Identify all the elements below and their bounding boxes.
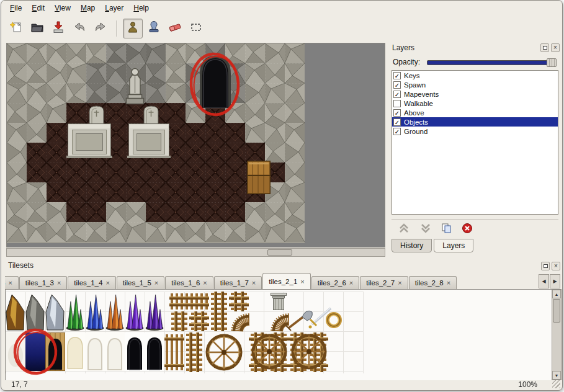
scroll-up-icon[interactable]: ▲: [552, 290, 561, 298]
select-tool-button[interactable]: [186, 19, 206, 38]
duplicate-layer-icon[interactable]: [441, 223, 452, 234]
layer-row-mapevents[interactable]: ✓Mapevents: [392, 89, 558, 99]
menu-map[interactable]: Map: [76, 2, 100, 14]
tileset-vscrollbar-thumb[interactable]: [553, 299, 560, 323]
tab-close-icon[interactable]: ×: [447, 279, 450, 287]
scroll-tabs-left-icon[interactable]: ◀: [539, 274, 549, 288]
tileset-tab-tiles_2_1[interactable]: tiles_2_1×: [262, 273, 310, 289]
layer-row-above[interactable]: ✓Above: [392, 108, 558, 117]
scroll-tabs-right-icon[interactable]: ▶: [550, 274, 560, 288]
tileset-tab-tiles_1_3[interactable]: tiles_1_3×: [19, 276, 67, 289]
layer-row-ground[interactable]: ✓Ground: [392, 127, 558, 136]
map-canvas[interactable]: [7, 43, 305, 243]
tab-close-icon[interactable]: ×: [252, 279, 256, 287]
save-button[interactable]: [48, 19, 68, 38]
layer-row-walkable[interactable]: Walkable: [392, 99, 558, 108]
tab-label: tiles_1_6: [171, 279, 200, 287]
tilesets-panel: Tilesets × 5×tiles_1_3×tiles_1_4×tiles_1…: [5, 261, 562, 380]
map-hscrollbar[interactable]: [6, 248, 385, 257]
tab-label: tiles_1_7: [220, 279, 249, 287]
tileset-tab-tiles_1_6[interactable]: tiles_1_6×: [165, 276, 213, 289]
layer-down-icon[interactable]: [419, 223, 432, 234]
layer-row-keys[interactable]: ✓Keys: [392, 71, 558, 80]
layer-checkbox[interactable]: ✓: [393, 91, 401, 98]
player-tool-button[interactable]: [123, 19, 143, 38]
map-hscrollbar-thumb[interactable]: [267, 249, 292, 256]
tileset-tab-tiles_1_5[interactable]: tiles_1_5×: [117, 276, 164, 289]
opacity-label: Opacity:: [393, 58, 420, 66]
layer-row-objects[interactable]: ✓Objects: [392, 117, 558, 127]
menu-help[interactable]: Help: [128, 2, 154, 14]
tileset-tab-tiles_2_8[interactable]: tiles_2_8×: [409, 276, 457, 289]
menu-bar: FileEditViewMapLayerHelp: [1, 1, 562, 16]
layer-checkbox[interactable]: ✓: [393, 72, 401, 79]
tab-close-icon[interactable]: ×: [154, 279, 158, 287]
undo-icon: [73, 20, 86, 37]
layer-checkbox[interactable]: ✓: [393, 81, 401, 89]
menu-view[interactable]: View: [50, 2, 76, 14]
layer-toolbar: [392, 219, 558, 236]
tab-close-icon[interactable]: ×: [57, 279, 61, 287]
layer-row-spawn[interactable]: ✓Spawn: [392, 80, 558, 89]
layers-panel-tabs: HistoryLayers: [392, 239, 475, 255]
eraser-tool-icon: [168, 20, 182, 37]
opacity-slider[interactable]: [427, 60, 557, 65]
layers-panel-title: Layers: [392, 43, 414, 52]
status-bar: 17, 7 100%: [1, 379, 562, 390]
stamp-tool-button[interactable]: [144, 19, 164, 38]
player-tool-icon: [126, 20, 140, 37]
tab-label: tiles_2_1: [269, 278, 297, 285]
delete-layer-icon[interactable]: [462, 223, 473, 234]
tileset-view: ▲ ▼: [5, 289, 562, 380]
cursor-coordinates: 17, 7: [11, 380, 28, 389]
redo-button[interactable]: [91, 19, 110, 38]
layer-checkbox[interactable]: [393, 100, 401, 107]
menu-file[interactable]: File: [5, 2, 27, 14]
tab-close-icon[interactable]: ×: [8, 279, 12, 287]
tab-close-icon[interactable]: ×: [203, 279, 207, 287]
opacity-slider-handle[interactable]: [547, 58, 557, 67]
layer-checkbox[interactable]: ✓: [393, 128, 401, 135]
layer-list: ✓Keys✓Spawn✓MapeventsWalkable✓Above✓Obje…: [392, 70, 558, 215]
tab-close-icon[interactable]: ×: [300, 278, 304, 285]
tab-close-icon[interactable]: ×: [349, 279, 353, 287]
tab-layers[interactable]: Layers: [434, 239, 473, 252]
map-editor-window: FileEditViewMapLayerHelp Layers × Opacit…: [1, 0, 563, 391]
resize-grip[interactable]: [552, 380, 560, 388]
scroll-down-icon[interactable]: ▼: [552, 371, 561, 380]
tileset-tab-5[interactable]: 5×: [5, 276, 19, 289]
open-button[interactable]: [27, 19, 47, 38]
close-panel-icon[interactable]: ×: [551, 43, 560, 52]
eraser-tool-button[interactable]: [165, 19, 185, 38]
layer-checkbox[interactable]: ✓: [393, 118, 401, 126]
tab-label: tiles_2_7: [366, 279, 395, 287]
tileset-vscrollbar[interactable]: ▲ ▼: [552, 290, 561, 380]
tileset-tab-tiles_1_7[interactable]: tiles_1_7×: [214, 276, 262, 289]
undo-button[interactable]: [69, 19, 89, 38]
tileset-tab-tiles_1_4[interactable]: tiles_1_4×: [68, 276, 115, 289]
tileset-canvas[interactable]: [6, 290, 552, 380]
float-panel-icon[interactable]: [541, 262, 550, 270]
layer-up-icon[interactable]: [398, 223, 410, 234]
menu-layer[interactable]: Layer: [100, 2, 128, 14]
layer-name: Ground: [404, 128, 427, 135]
tab-label: tiles_2_8: [415, 279, 444, 287]
close-panel-icon[interactable]: ×: [552, 262, 560, 270]
layer-checkbox[interactable]: ✓: [393, 109, 401, 117]
new-file-button[interactable]: [6, 19, 26, 38]
tab-close-icon[interactable]: ×: [105, 279, 109, 287]
tileset-tab-tiles_2_7[interactable]: tiles_2_7×: [360, 276, 408, 289]
map-viewport: [6, 43, 385, 247]
zoom-level: 100%: [518, 380, 537, 389]
tab-history[interactable]: History: [392, 239, 432, 252]
menu-edit[interactable]: Edit: [27, 2, 50, 14]
float-panel-icon[interactable]: [540, 43, 549, 52]
tileset-tab-tiles_2_6[interactable]: tiles_2_6×: [311, 276, 359, 289]
tilesets-panel-header: Tilesets ×: [5, 261, 562, 272]
tab-close-icon[interactable]: ×: [398, 279, 401, 287]
tileset-tabs: 5×tiles_1_3×tiles_1_4×tiles_1_5×tiles_1_…: [5, 272, 538, 289]
layers-panel: Layers × Opacity: ✓Keys✓Spawn✓MapeventsW…: [389, 43, 561, 257]
layer-name: Above: [404, 109, 424, 117]
layer-name: Mapevents: [404, 91, 439, 98]
open-icon: [30, 20, 44, 37]
